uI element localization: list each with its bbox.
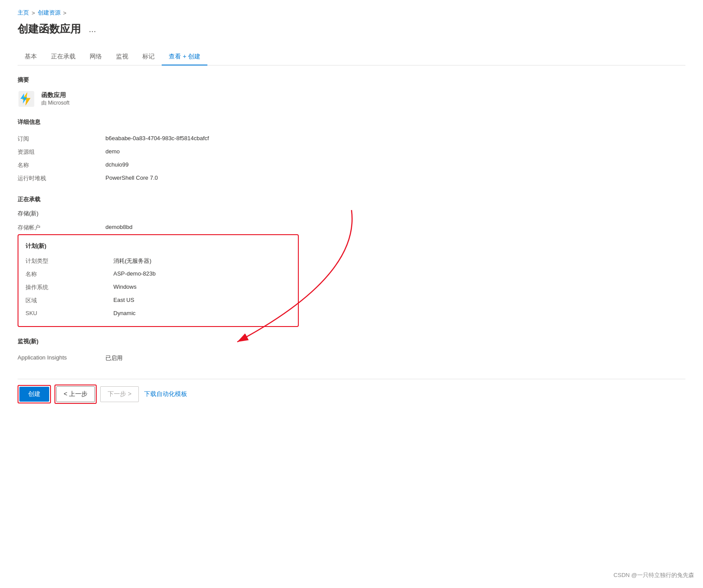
detail-row-rg: 资源组 demo [18, 145, 685, 159]
plan-label-os: 操作系统 [25, 283, 113, 291]
tab-tags[interactable]: 标记 [135, 48, 162, 65]
plan-box: 计划(新) 计划类型 消耗(无服务器) 名称 ASP-demo-823b 操作系… [18, 234, 299, 327]
plan-value-os: Windows [113, 283, 137, 291]
tab-basics[interactable]: 基本 [18, 48, 44, 65]
plan-label-name: 名称 [25, 270, 113, 278]
summary-section: 摘要 [18, 76, 685, 108]
plan-value-name: ASP-demo-823b [113, 270, 156, 278]
detail-value-rg: demo [105, 148, 120, 156]
plan-row-type: 计划类型 消耗(无服务器) [25, 254, 291, 268]
prev-button-wrapper: < 上一步 [54, 385, 97, 404]
page-title: 创建函数应用 [18, 22, 81, 36]
plan-value-type: 消耗(无服务器) [113, 257, 152, 265]
tab-hosting[interactable]: 正在承载 [44, 48, 83, 65]
plan-label-sku: SKU [25, 310, 113, 316]
detail-label-name: 名称 [18, 161, 105, 169]
tabs-bar: 基本 正在承载 网络 监视 标记 查看 + 创建 [18, 48, 685, 65]
plan-value-region: East US [113, 297, 134, 305]
plan-row-os: 操作系统 Windows [25, 281, 291, 294]
next-button: 下一步 > [100, 386, 139, 402]
plan-row-region: 区域 East US [25, 294, 291, 307]
bottom-bar: 创建 < 上一步 下一步 > 下载自动化模板 [18, 379, 685, 409]
resource-provider: 由 Microsoft [41, 99, 69, 107]
download-template-link[interactable]: 下载自动化模板 [142, 387, 189, 402]
breadcrumb-create-resource[interactable]: 创建资源 [38, 9, 61, 17]
plan-label-type: 计划类型 [25, 257, 113, 265]
details-section: 详细信息 订阅 b6eababe-0a83-4704-983c-8f5814cb… [18, 118, 685, 185]
detail-label-rg: 资源组 [18, 148, 105, 156]
plan-label-region: 区域 [25, 297, 113, 305]
breadcrumb-home[interactable]: 主页 [18, 9, 29, 17]
breadcrumb-sep1: > [32, 10, 35, 16]
plan-row-sku: SKU Dynamic [25, 307, 291, 319]
resource-name: 函数应用 [41, 91, 69, 99]
plan-row-name: 名称 ASP-demo-823b [25, 268, 291, 281]
detail-label-storage: 存储帐户 [18, 224, 105, 232]
plan-value-sku: Dynamic [113, 310, 136, 316]
summary-label: 摘要 [18, 76, 685, 84]
create-button[interactable]: 创建 [19, 387, 49, 402]
tab-network[interactable]: 网络 [83, 48, 109, 65]
breadcrumb: 主页 > 创建资源 > [18, 9, 685, 17]
resource-info: 函数应用 由 Microsoft [41, 91, 69, 107]
monitoring-value-insights: 已启用 [105, 354, 123, 362]
prev-button[interactable]: < 上一步 [56, 386, 95, 402]
detail-value-name: dchuio99 [105, 161, 129, 169]
storage-new-label: 存储(新) [18, 210, 685, 218]
detail-value-runtime: PowerShell Core 7.0 [105, 174, 158, 182]
detail-row-storage: 存储帐户 demob8bd [18, 221, 685, 234]
details-label: 详细信息 [18, 118, 685, 126]
monitoring-label-insights: Application Insights [18, 354, 105, 362]
monitoring-row-insights: Application Insights 已启用 [18, 352, 685, 365]
tab-monitoring[interactable]: 监视 [109, 48, 135, 65]
detail-row-name: 名称 dchuio99 [18, 159, 685, 172]
tab-review-create[interactable]: 查看 + 创建 [162, 48, 207, 65]
function-app-icon [18, 90, 35, 108]
hosting-section: 正在承载 存储(新) 存储帐户 demob8bd 计划(新) 计划类型 消耗(无… [18, 196, 685, 327]
monitoring-section: 监视(新) Application Insights 已启用 [18, 338, 685, 365]
detail-row-runtime: 运行时堆栈 PowerShell Core 7.0 [18, 172, 685, 185]
detail-value-storage: demob8bd [105, 224, 132, 232]
detail-value-subscription: b6eababe-0a83-4704-983c-8f5814cbafcf [105, 135, 209, 143]
detail-row-subscription: 订阅 b6eababe-0a83-4704-983c-8f5814cbafcf [18, 132, 685, 145]
hosting-label: 正在承载 [18, 196, 685, 203]
ellipsis-button[interactable]: ... [86, 23, 99, 35]
detail-label-runtime: 运行时堆栈 [18, 174, 105, 182]
breadcrumb-sep2: > [63, 10, 67, 16]
monitoring-label: 监视(新) [18, 338, 685, 345]
create-button-wrapper: 创建 [18, 385, 51, 403]
plan-new-label: 计划(新) [25, 242, 291, 250]
resource-card: 函数应用 由 Microsoft [18, 90, 685, 108]
detail-label-subscription: 订阅 [18, 135, 105, 143]
